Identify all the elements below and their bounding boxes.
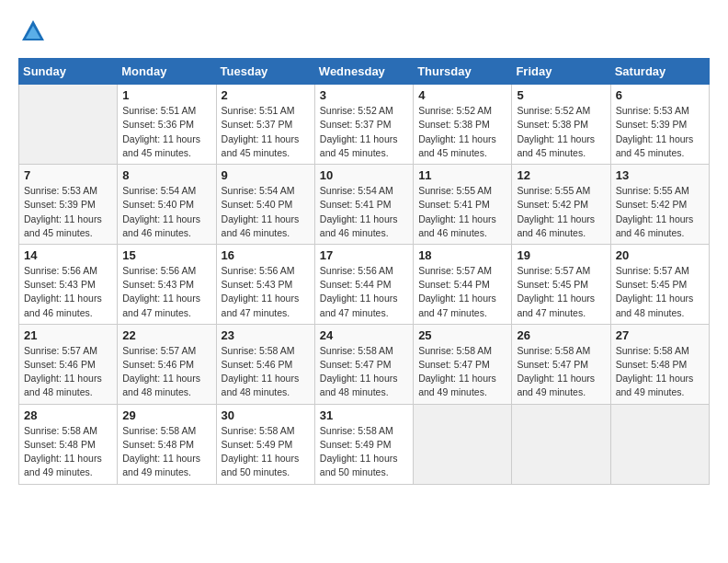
day-info: Sunrise: 5:58 AM Sunset: 5:49 PM Dayligh… xyxy=(320,424,408,480)
calendar-cell: 27Sunrise: 5:58 AM Sunset: 5:48 PM Dayli… xyxy=(610,324,709,404)
calendar-cell: 14Sunrise: 5:56 AM Sunset: 5:43 PM Dayli… xyxy=(19,244,118,324)
calendar-week-1: 1Sunrise: 5:51 AM Sunset: 5:36 PM Daylig… xyxy=(19,85,710,165)
calendar-cell: 1Sunrise: 5:51 AM Sunset: 5:36 PM Daylig… xyxy=(118,85,216,165)
calendar-table: SundayMondayTuesdayWednesdayThursdayFrid… xyxy=(18,58,710,484)
day-number: 24 xyxy=(320,328,408,342)
calendar-cell: 2Sunrise: 5:51 AM Sunset: 5:37 PM Daylig… xyxy=(216,85,314,165)
calendar-cell: 24Sunrise: 5:58 AM Sunset: 5:47 PM Dayli… xyxy=(314,324,413,404)
calendar-cell: 20Sunrise: 5:57 AM Sunset: 5:45 PM Dayli… xyxy=(610,244,709,324)
day-info: Sunrise: 5:56 AM Sunset: 5:44 PM Dayligh… xyxy=(320,264,408,320)
day-info: Sunrise: 5:56 AM Sunset: 5:43 PM Dayligh… xyxy=(24,264,112,320)
calendar-cell: 3Sunrise: 5:52 AM Sunset: 5:37 PM Daylig… xyxy=(314,85,413,165)
day-info: Sunrise: 5:58 AM Sunset: 5:47 PM Dayligh… xyxy=(418,344,506,400)
day-number: 30 xyxy=(222,408,310,422)
day-info: Sunrise: 5:55 AM Sunset: 5:41 PM Dayligh… xyxy=(418,184,506,240)
calendar-week-4: 21Sunrise: 5:57 AM Sunset: 5:46 PM Dayli… xyxy=(19,324,710,404)
day-number: 28 xyxy=(24,408,112,422)
header-sunday: Sunday xyxy=(19,59,118,85)
calendar-cell: 12Sunrise: 5:55 AM Sunset: 5:42 PM Dayli… xyxy=(512,165,610,245)
day-number: 17 xyxy=(320,248,408,262)
calendar-cell: 23Sunrise: 5:58 AM Sunset: 5:46 PM Dayli… xyxy=(216,324,314,404)
day-info: Sunrise: 5:57 AM Sunset: 5:45 PM Dayligh… xyxy=(517,264,605,320)
day-number: 8 xyxy=(122,168,210,182)
calendar-cell: 6Sunrise: 5:53 AM Sunset: 5:39 PM Daylig… xyxy=(610,85,709,165)
header-friday: Friday xyxy=(512,59,610,85)
day-number: 18 xyxy=(418,248,506,262)
day-number: 9 xyxy=(222,168,310,182)
calendar-cell: 5Sunrise: 5:52 AM Sunset: 5:38 PM Daylig… xyxy=(512,85,610,165)
day-info: Sunrise: 5:57 AM Sunset: 5:46 PM Dayligh… xyxy=(122,344,210,400)
day-number: 13 xyxy=(616,168,704,182)
day-number: 11 xyxy=(418,168,506,182)
day-info: Sunrise: 5:53 AM Sunset: 5:39 PM Dayligh… xyxy=(616,104,704,160)
logo-icon xyxy=(20,18,46,44)
day-info: Sunrise: 5:53 AM Sunset: 5:39 PM Dayligh… xyxy=(24,184,112,240)
calendar-cell xyxy=(19,85,118,165)
day-number: 12 xyxy=(517,168,605,182)
day-info: Sunrise: 5:51 AM Sunset: 5:37 PM Dayligh… xyxy=(222,104,310,160)
day-number: 15 xyxy=(122,248,210,262)
day-info: Sunrise: 5:51 AM Sunset: 5:36 PM Dayligh… xyxy=(122,104,210,160)
day-info: Sunrise: 5:54 AM Sunset: 5:41 PM Dayligh… xyxy=(320,184,408,240)
calendar-cell: 21Sunrise: 5:57 AM Sunset: 5:46 PM Dayli… xyxy=(19,324,118,404)
day-info: Sunrise: 5:58 AM Sunset: 5:48 PM Dayligh… xyxy=(616,344,704,400)
header-tuesday: Tuesday xyxy=(216,59,314,85)
calendar-cell: 31Sunrise: 5:58 AM Sunset: 5:49 PM Dayli… xyxy=(314,404,413,484)
calendar-cell: 10Sunrise: 5:54 AM Sunset: 5:41 PM Dayli… xyxy=(314,165,413,245)
day-info: Sunrise: 5:58 AM Sunset: 5:48 PM Dayligh… xyxy=(24,424,112,480)
day-number: 5 xyxy=(517,88,605,102)
page-header xyxy=(18,18,710,49)
day-info: Sunrise: 5:54 AM Sunset: 5:40 PM Dayligh… xyxy=(122,184,210,240)
calendar-cell: 13Sunrise: 5:55 AM Sunset: 5:42 PM Dayli… xyxy=(610,165,709,245)
day-number: 29 xyxy=(122,408,210,422)
calendar-cell: 28Sunrise: 5:58 AM Sunset: 5:48 PM Dayli… xyxy=(19,404,118,484)
day-number: 2 xyxy=(222,88,310,102)
day-number: 14 xyxy=(24,248,112,262)
calendar-cell: 18Sunrise: 5:57 AM Sunset: 5:44 PM Dayli… xyxy=(414,244,512,324)
day-info: Sunrise: 5:57 AM Sunset: 5:45 PM Dayligh… xyxy=(616,264,704,320)
calendar-week-5: 28Sunrise: 5:58 AM Sunset: 5:48 PM Dayli… xyxy=(19,404,710,484)
calendar-cell: 16Sunrise: 5:56 AM Sunset: 5:43 PM Dayli… xyxy=(216,244,314,324)
day-info: Sunrise: 5:58 AM Sunset: 5:47 PM Dayligh… xyxy=(517,344,605,400)
calendar-cell: 11Sunrise: 5:55 AM Sunset: 5:41 PM Dayli… xyxy=(414,165,512,245)
day-info: Sunrise: 5:56 AM Sunset: 5:43 PM Dayligh… xyxy=(222,264,310,320)
day-number: 4 xyxy=(418,88,506,102)
day-info: Sunrise: 5:56 AM Sunset: 5:43 PM Dayligh… xyxy=(122,264,210,320)
day-info: Sunrise: 5:57 AM Sunset: 5:44 PM Dayligh… xyxy=(418,264,506,320)
day-number: 25 xyxy=(418,328,506,342)
calendar-cell: 4Sunrise: 5:52 AM Sunset: 5:38 PM Daylig… xyxy=(414,85,512,165)
header-wednesday: Wednesday xyxy=(314,59,413,85)
calendar-cell: 7Sunrise: 5:53 AM Sunset: 5:39 PM Daylig… xyxy=(19,165,118,245)
calendar-header-row: SundayMondayTuesdayWednesdayThursdayFrid… xyxy=(19,59,710,85)
day-info: Sunrise: 5:58 AM Sunset: 5:48 PM Dayligh… xyxy=(122,424,210,480)
day-number: 22 xyxy=(122,328,210,342)
day-number: 21 xyxy=(24,328,112,342)
day-number: 10 xyxy=(320,168,408,182)
day-info: Sunrise: 5:52 AM Sunset: 5:38 PM Dayligh… xyxy=(418,104,506,160)
calendar-cell: 22Sunrise: 5:57 AM Sunset: 5:46 PM Dayli… xyxy=(118,324,216,404)
day-info: Sunrise: 5:58 AM Sunset: 5:49 PM Dayligh… xyxy=(222,424,310,480)
calendar-cell: 19Sunrise: 5:57 AM Sunset: 5:45 PM Dayli… xyxy=(512,244,610,324)
calendar-cell: 29Sunrise: 5:58 AM Sunset: 5:48 PM Dayli… xyxy=(118,404,216,484)
day-info: Sunrise: 5:58 AM Sunset: 5:46 PM Dayligh… xyxy=(222,344,310,400)
day-number: 6 xyxy=(616,88,704,102)
day-number: 1 xyxy=(122,88,210,102)
day-number: 7 xyxy=(24,168,112,182)
day-info: Sunrise: 5:52 AM Sunset: 5:38 PM Dayligh… xyxy=(517,104,605,160)
calendar-cell: 15Sunrise: 5:56 AM Sunset: 5:43 PM Dayli… xyxy=(118,244,216,324)
calendar-cell: 25Sunrise: 5:58 AM Sunset: 5:47 PM Dayli… xyxy=(414,324,512,404)
day-number: 26 xyxy=(517,328,605,342)
day-number: 16 xyxy=(222,248,310,262)
day-info: Sunrise: 5:58 AM Sunset: 5:47 PM Dayligh… xyxy=(320,344,408,400)
calendar-cell xyxy=(414,404,512,484)
day-number: 31 xyxy=(320,408,408,422)
calendar-week-2: 7Sunrise: 5:53 AM Sunset: 5:39 PM Daylig… xyxy=(19,165,710,245)
day-number: 27 xyxy=(616,328,704,342)
header-thursday: Thursday xyxy=(414,59,512,85)
calendar-cell xyxy=(512,404,610,484)
day-info: Sunrise: 5:55 AM Sunset: 5:42 PM Dayligh… xyxy=(616,184,704,240)
calendar-cell: 26Sunrise: 5:58 AM Sunset: 5:47 PM Dayli… xyxy=(512,324,610,404)
calendar-cell: 17Sunrise: 5:56 AM Sunset: 5:44 PM Dayli… xyxy=(314,244,413,324)
header-saturday: Saturday xyxy=(610,59,709,85)
day-info: Sunrise: 5:57 AM Sunset: 5:46 PM Dayligh… xyxy=(24,344,112,400)
